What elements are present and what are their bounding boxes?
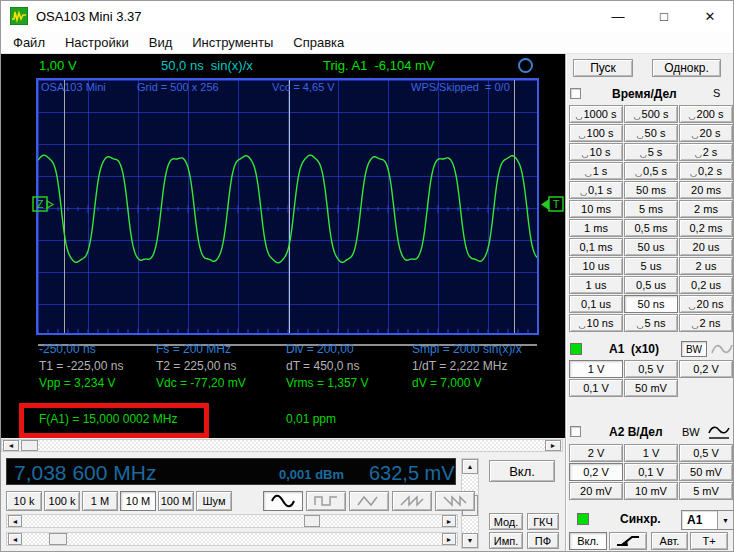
a2-coupling-icon[interactable] <box>707 425 731 440</box>
timediv-05s[interactable]: ◡0,5 s <box>624 162 678 180</box>
a1-enabled-indicator[interactable] <box>570 343 582 355</box>
a2-bw-label[interactable]: BW <box>682 426 700 438</box>
timediv-2ms[interactable]: 2 ms <box>679 200 733 218</box>
a2-5mV[interactable]: 5 mV <box>679 482 733 500</box>
a2-2V[interactable]: 2 V <box>569 444 623 462</box>
scope-display[interactable]: OSA103 Mini Grid = 500 x 256 Vcc = 4,65 … <box>36 78 539 335</box>
timediv-02s[interactable]: ◡0,2 s <box>679 162 733 180</box>
slider1-left-icon[interactable]: ◄ <box>8 515 22 527</box>
a1-1V[interactable]: 1 V <box>569 360 623 378</box>
slider2-left-icon[interactable]: ◄ <box>8 533 22 545</box>
timediv-1ms[interactable]: 1 ms <box>569 219 623 237</box>
timediv-20s[interactable]: ◡20 s <box>679 124 733 142</box>
a2-05V[interactable]: 0,5 V <box>679 444 733 462</box>
timediv-10ns[interactable]: ◡10 ns <box>569 314 623 332</box>
z-marker[interactable]: Z <box>32 196 56 213</box>
timediv-10us[interactable]: 10 us <box>569 257 623 275</box>
slider1-right-icon[interactable]: ► <box>442 515 456 527</box>
timediv-1000s[interactable]: ◡1000 s <box>569 105 623 123</box>
timediv-1us[interactable]: 1 us <box>569 276 623 294</box>
timediv-02ms[interactable]: 0,2 ms <box>679 219 733 237</box>
scroll-up-icon[interactable]: ▲ <box>462 459 478 474</box>
a1-50mV[interactable]: 50 mV <box>624 379 678 397</box>
timediv-5us[interactable]: 5 us <box>624 257 678 275</box>
scroll-left-icon[interactable]: ◄ <box>3 440 19 451</box>
timediv-5ns[interactable]: ◡5 ns <box>624 314 678 332</box>
timediv-1s[interactable]: ◡1 s <box>569 162 623 180</box>
slider2-right-icon[interactable]: ► <box>442 533 456 545</box>
scroll-right-icon[interactable]: ► <box>545 440 561 451</box>
scope-hscrollbar[interactable]: ◄ ► <box>1 439 563 452</box>
timediv-500s[interactable]: ◡500 s <box>624 105 678 123</box>
timediv-50s[interactable]: ◡50 s <box>624 124 678 142</box>
a1-bw-button[interactable]: BW <box>681 341 707 357</box>
timediv-100s[interactable]: ◡100 s <box>569 124 623 142</box>
timediv-5ms[interactable]: 5 ms <box>624 200 678 218</box>
timediv-01ms[interactable]: 0,1 ms <box>569 238 623 256</box>
range-10k[interactable]: 10 k <box>6 491 42 511</box>
trigger-slope-button[interactable] <box>609 532 647 550</box>
timediv-05ms[interactable]: 0,5 ms <box>624 219 678 237</box>
range-100k[interactable]: 100 k <box>44 491 80 511</box>
power-slider-thumb[interactable] <box>304 515 320 527</box>
timediv-01s[interactable]: ◡0,1 s <box>569 181 623 199</box>
menu-item-3[interactable]: Инструменты <box>182 35 283 50</box>
sawtooth-up-button[interactable] <box>392 491 432 511</box>
timediv-2ns[interactable]: ◡2 ns <box>679 314 733 332</box>
maximize-button[interactable]: □ <box>641 1 687 31</box>
timediv-50us[interactable]: 50 us <box>624 238 678 256</box>
single-shot-button[interactable]: Однокр. <box>652 59 721 77</box>
timediv-50ms[interactable]: 50 ms <box>624 181 678 199</box>
a1-coupling-icon[interactable] <box>711 343 733 355</box>
menu-item-2[interactable]: Вид <box>139 35 183 50</box>
run-button[interactable]: Пуск <box>573 59 633 77</box>
close-button[interactable]: ✕ <box>687 1 733 31</box>
a1-05V[interactable]: 0,5 V <box>624 360 678 378</box>
sweep-button[interactable]: ГКЧ <box>527 513 559 530</box>
trigger-tplus-button[interactable]: T+ <box>690 532 728 550</box>
bandpass-button[interactable]: ПФ <box>527 532 559 549</box>
minimize-button[interactable]: — <box>595 1 641 31</box>
timediv-5s[interactable]: ◡5 s <box>624 143 678 161</box>
timediv-2us[interactable]: 2 us <box>679 257 733 275</box>
timediv-20ms[interactable]: 20 ms <box>679 181 733 199</box>
modulation-button[interactable]: Мод. <box>489 513 523 530</box>
a2-02V[interactable]: 0,2 V <box>569 463 623 481</box>
timediv-10s[interactable]: ◡10 s <box>569 143 623 161</box>
fine-tune-slider[interactable]: ◄ ► <box>6 532 458 546</box>
trigger-source-select[interactable]: A1 ▼ <box>681 510 734 530</box>
a1-02V[interactable]: 0,2 V <box>679 360 733 378</box>
square-wave-button[interactable] <box>306 491 346 511</box>
chevron-down-icon[interactable]: ▼ <box>717 511 733 529</box>
timediv-05us[interactable]: 0,5 us <box>624 276 678 294</box>
trigger-enable-button[interactable]: Вкл. <box>569 532 607 550</box>
sine-wave-button[interactable] <box>263 491 303 511</box>
triangle-wave-button[interactable] <box>349 491 389 511</box>
zoom-indicator-icon[interactable] <box>518 58 533 73</box>
menu-item-4[interactable]: Справка <box>283 35 354 50</box>
scope-hscroll-thumb[interactable] <box>21 440 38 451</box>
timediv-20ns[interactable]: ◡20 ns <box>679 295 733 313</box>
trigger-auto-button[interactable]: Авт. <box>651 532 688 550</box>
a1-01V[interactable]: 0,1 V <box>569 379 623 397</box>
generator-enable-button[interactable]: Вкл. <box>489 460 555 482</box>
a2-10mV[interactable]: 10 mV <box>624 482 678 500</box>
power-slider[interactable]: ◄ ► <box>6 514 458 528</box>
timediv-01us[interactable]: 0,1 us <box>569 295 623 313</box>
range-10M[interactable]: 10 M <box>120 491 156 511</box>
menu-item-0[interactable]: Файл <box>3 35 55 50</box>
fine-tune-thumb[interactable] <box>49 533 67 545</box>
timediv-02us[interactable]: 0,2 us <box>679 276 733 294</box>
timediv-2s[interactable]: ◡2 s <box>679 143 733 161</box>
range-1M[interactable]: 1 M <box>82 491 118 511</box>
t-marker[interactable]: T <box>540 196 564 213</box>
range-100M[interactable]: 100 M <box>158 491 194 511</box>
scroll-down-icon[interactable]: ▼ <box>462 533 478 548</box>
a2-50mV[interactable]: 50 mV <box>679 463 733 481</box>
a2-20mV[interactable]: 20 mV <box>569 482 623 500</box>
pulse-button[interactable]: Имп. <box>489 532 523 549</box>
a2-01V[interactable]: 0,1 V <box>624 463 678 481</box>
timediv-200s[interactable]: ◡200 s <box>679 105 733 123</box>
a2-1V[interactable]: 1 V <box>624 444 678 462</box>
timediv-20us[interactable]: 20 us <box>679 238 733 256</box>
